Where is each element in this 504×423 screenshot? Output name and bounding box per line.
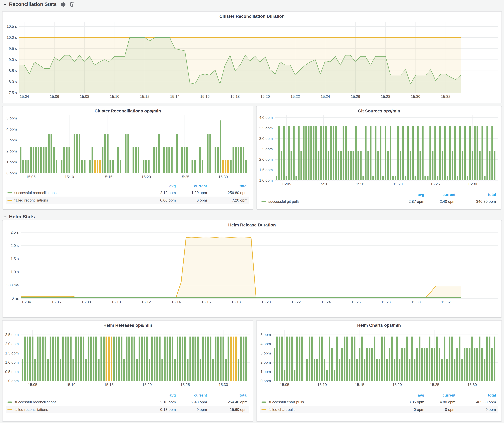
series-bars-successful-git-pulls xyxy=(486,126,488,180)
legend-series-failed-chart-pulls[interactable]: failed chart pulls xyxy=(260,407,392,412)
series-bars-successful-reconciliations xyxy=(192,160,193,173)
x-axis-tick-label: 15:25 xyxy=(431,182,440,186)
series-bars-successful-chart-pulls xyxy=(394,359,395,381)
series-bars-successful-git-pulls xyxy=(414,176,416,180)
legend-header-avg[interactable]: avg xyxy=(392,193,426,197)
legend-header-avg[interactable]: avg xyxy=(143,184,178,188)
legend-series-successful-reconciliations[interactable]: successful reconciliations xyxy=(6,400,143,404)
series-bars-successful-reconciliations xyxy=(107,134,108,173)
series-bars-successful-reconciliations xyxy=(73,134,75,173)
series-bars-successful-git-pulls xyxy=(427,176,429,180)
chevron-down-icon[interactable] xyxy=(3,2,7,6)
series-bars-failed-reconciliations xyxy=(106,337,107,381)
x-axis-tick-label: 15:12 xyxy=(142,300,151,304)
series-bars-successful-chart-pulls xyxy=(471,337,473,381)
x-axis-tick-label: 15:14 xyxy=(171,300,181,304)
y-axis-tick-label: 9.0 s xyxy=(9,58,17,62)
series-bars-successful-reconciliations xyxy=(131,337,132,381)
series-bars-successful-git-pulls xyxy=(422,126,424,180)
legend-header-avg[interactable]: avg xyxy=(392,393,426,397)
y-axis-tick-label: 10.5 s xyxy=(7,24,17,29)
series-bars-successful-git-pulls xyxy=(472,151,473,180)
series-bars-successful-git-pulls xyxy=(407,126,409,180)
legend-value-total: 254.40 opm xyxy=(209,400,249,404)
x-axis-tick-label: 15:18 xyxy=(230,94,240,99)
legend-value-current: 0 opm xyxy=(178,198,209,202)
series-bars-successful-reconciliations xyxy=(81,160,83,173)
series-bars-successful-chart-pulls xyxy=(284,370,285,381)
legend-series-failed-reconciliations[interactable]: failed reconciliations xyxy=(6,407,143,412)
legend-header-total[interactable]: total xyxy=(457,193,498,197)
legend-header-total[interactable]: total xyxy=(209,393,249,397)
legend-header-total[interactable]: total xyxy=(457,393,498,397)
series-bars-successful-reconciliations xyxy=(190,337,191,381)
x-axis-tick-label: 15:25 xyxy=(430,382,439,387)
series-bars-successful-chart-pulls xyxy=(411,337,413,381)
series-bars-successful-git-pulls xyxy=(362,176,364,180)
x-axis-tick-label: 15:20 xyxy=(142,175,151,179)
legend-header-avg[interactable]: avg xyxy=(143,393,178,397)
series-bars-successful-reconciliations xyxy=(25,160,26,173)
series-bars-successful-reconciliations xyxy=(78,337,79,381)
series-bars-successful-chart-pulls xyxy=(479,337,480,381)
series-bars-successful-git-pulls xyxy=(333,126,334,180)
series-bars-successful-reconciliations xyxy=(154,337,155,381)
series-bars-successful-reconciliations xyxy=(141,337,143,381)
series-bars-successful-git-pulls xyxy=(412,126,414,180)
section-title[interactable]: Reconciliation Stats xyxy=(9,1,57,7)
legend-series-successful-chart-pulls[interactable]: successful chart pulls xyxy=(260,400,392,404)
legend-row: failed chart pulls0 opm0 opm0 opm xyxy=(260,406,498,413)
panel-helm-charts-ops: Helm Charts ops/min 0 opm1 opm2 opm3 opm… xyxy=(256,320,502,422)
chevron-down-icon[interactable] xyxy=(3,215,7,219)
series-bars-successful-chart-pulls xyxy=(404,348,405,381)
gear-icon[interactable] xyxy=(61,2,66,7)
series-bars-successful-git-pulls xyxy=(452,151,453,180)
legend-header-current[interactable]: current xyxy=(178,184,209,188)
series-bars-successful-git-pulls xyxy=(494,151,495,180)
series-bars-successful-reconciliations xyxy=(113,337,115,381)
legend-series-successful-git-pulls[interactable]: successful git pulls xyxy=(260,199,392,204)
y-axis-tick-label: 4 opm xyxy=(6,127,17,131)
series-bars-successful-reconciliations xyxy=(92,147,93,173)
series-bars-successful-git-pulls xyxy=(377,151,379,180)
section-title[interactable]: Helm Stats xyxy=(9,214,35,220)
legend-header-current[interactable]: current xyxy=(426,393,457,397)
series-bars-failed-reconciliations xyxy=(230,337,232,381)
y-axis-tick-label: 2.5 s xyxy=(11,230,19,234)
plot-area-cluster-reconciliation-duration[interactable]: 7.5 s8.0 s8.5 s9.0 s9.5 s10.0 s10.5 s15:… xyxy=(2,12,502,103)
series-bars-successful-chart-pulls xyxy=(329,337,330,381)
x-axis-tick-label: 15:10 xyxy=(110,94,119,99)
x-axis-tick-label: 15:15 xyxy=(356,182,366,186)
chart-canvas-helm_duration[interactable]: 0 ns500 ms1.0 s1.5 s2.0 s2.5 s15:0415:06… xyxy=(2,220,502,318)
series-bars-successful-reconciliations xyxy=(63,147,65,173)
series-bars-successful-reconciliations xyxy=(176,134,178,173)
legend-series-label: failed reconciliations xyxy=(14,407,48,412)
x-axis-tick-label: 15:32 xyxy=(441,300,450,304)
trash-icon[interactable] xyxy=(70,2,74,7)
series-bars-successful-reconciliations xyxy=(29,337,31,381)
series-bars-successful-reconciliations xyxy=(202,160,203,173)
legend-series-successful-reconciliations[interactable]: successful reconciliations xyxy=(6,191,143,195)
series-bars-successful-reconciliations xyxy=(146,337,148,381)
series-bars-successful-git-pulls xyxy=(298,126,300,180)
plot-area-helm-release-duration[interactable]: 0 ns500 ms1.0 s1.5 s2.0 s2.5 s15:0415:06… xyxy=(2,220,502,317)
series-bars-successful-reconciliations xyxy=(245,160,247,173)
series-bars-successful-reconciliations xyxy=(88,337,89,381)
series-bars-successful-git-pulls xyxy=(402,126,404,180)
legend-header-current[interactable]: current xyxy=(426,193,457,197)
legend-value-current: 4.80 opm xyxy=(426,400,457,404)
series-bars-successful-reconciliations xyxy=(179,337,181,381)
legend-header-current[interactable]: current xyxy=(178,393,209,397)
y-axis-tick-label: 3 opm xyxy=(6,138,17,142)
chart-canvas-recon_duration[interactable]: 7.5 s8.0 s8.5 s9.0 s9.5 s10.0 s10.5 s15:… xyxy=(2,12,502,104)
series-bars-successful-reconciliations xyxy=(33,147,34,173)
series-bars-successful-chart-pulls xyxy=(431,348,433,381)
series-bars-successful-reconciliations xyxy=(184,147,186,173)
series-bars-successful-chart-pulls xyxy=(406,337,408,381)
series-bars-successful-chart-pulls xyxy=(449,337,450,381)
legend-series-failed-reconciliations[interactable]: failed reconciliations xyxy=(6,198,143,202)
series-bars-successful-git-pulls xyxy=(382,176,384,180)
series-bars-successful-chart-pulls xyxy=(324,359,325,381)
series-bars-successful-chart-pulls xyxy=(371,348,373,381)
legend-header-total[interactable]: total xyxy=(209,184,249,188)
